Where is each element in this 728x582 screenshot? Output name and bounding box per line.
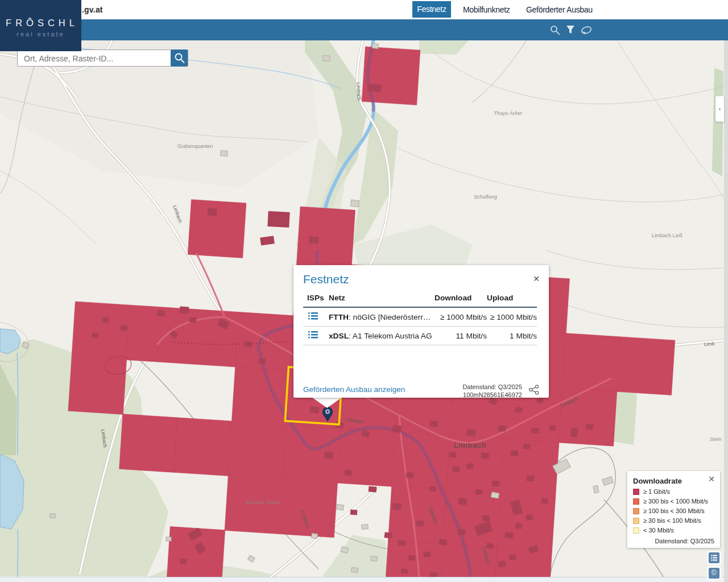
svg-text:Limbach: Limbach (454, 441, 487, 449)
svg-text:Thaya Äcker: Thaya Äcker (494, 110, 523, 116)
svg-text:Schafberg: Schafberg (474, 194, 497, 200)
svg-text:Schloß Äcker: Schloß Äcker (246, 500, 282, 505)
svg-text:Grabenquanten: Grabenquanten (177, 143, 213, 149)
svg-text:Limbach: Limbach (355, 82, 362, 101)
svg-text:Stein: Stein (710, 436, 722, 442)
svg-text:Limb: Limb (704, 341, 715, 347)
svg-text:Limbach Ließ: Limbach Ließ (652, 233, 683, 238)
